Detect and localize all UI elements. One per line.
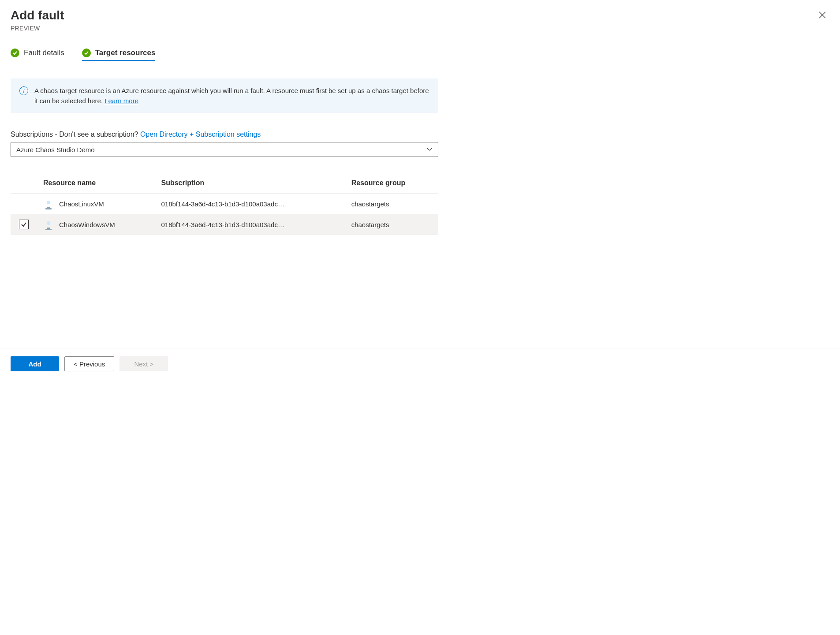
subscriptions-label: Subscriptions - Don't see a subscription… [11, 131, 829, 138]
vm-icon [43, 199, 54, 209]
subscriptions-label-text: Subscriptions - Don't see a subscription… [11, 131, 140, 138]
resource-name: ChaosWindowsVM [59, 221, 115, 228]
info-icon: i [19, 86, 28, 95]
tab-label: Target resources [95, 49, 156, 57]
subscription-dropdown[interactable]: Azure Chaos Studio Demo [11, 142, 438, 157]
col-header-group[interactable]: Resource group [345, 175, 438, 194]
add-button[interactable]: Add [11, 356, 59, 371]
chevron-down-icon [426, 146, 433, 153]
check-circle-icon [82, 49, 91, 57]
page-title: Add fault [11, 8, 829, 23]
page-subtitle: PREVIEW [11, 25, 829, 32]
previous-button[interactable]: < Previous [64, 356, 114, 371]
check-circle-icon [11, 49, 19, 57]
resource-group: chaostargets [345, 194, 438, 214]
info-text: A chaos target resource is an Azure reso… [34, 86, 429, 106]
wizard-tabs: Fault details Target resources [11, 49, 829, 61]
resource-name: ChaosLinuxVM [59, 200, 104, 208]
resource-group: chaostargets [345, 214, 438, 235]
col-header-select [11, 175, 37, 194]
info-banner: i A chaos target resource is an Azure re… [11, 78, 438, 113]
col-header-subscription[interactable]: Subscription [155, 175, 345, 194]
table-row[interactable]: ChaosWindowsVM 018bf144-3a6d-4c13-b1d3-d… [11, 214, 438, 235]
open-directory-settings-link[interactable]: Open Directory + Subscription settings [140, 131, 261, 138]
row-checkbox[interactable] [19, 220, 29, 229]
close-icon [818, 11, 826, 19]
resource-subscription: 018bf144-3a6d-4c13-b1d3-d100a03adc… [155, 214, 345, 235]
tab-target-resources[interactable]: Target resources [82, 49, 156, 61]
close-button[interactable] [817, 10, 828, 20]
resources-table: Resource name Subscription Resource grou… [11, 175, 438, 235]
tab-fault-details[interactable]: Fault details [11, 49, 64, 61]
subscription-selected-value: Azure Chaos Studio Demo [16, 146, 95, 153]
info-message: A chaos target resource is an Azure reso… [34, 87, 429, 105]
table-row[interactable]: ChaosLinuxVM 018bf144-3a6d-4c13-b1d3-d10… [11, 194, 438, 214]
tab-label: Fault details [24, 49, 64, 57]
next-button: Next > [119, 356, 168, 371]
learn-more-link[interactable]: Learn more [105, 97, 138, 105]
vm-icon [43, 220, 54, 229]
col-header-name[interactable]: Resource name [37, 175, 155, 194]
resource-subscription: 018bf144-3a6d-4c13-b1d3-d100a03adc… [155, 194, 345, 214]
wizard-footer: Add < Previous Next > [0, 348, 840, 379]
